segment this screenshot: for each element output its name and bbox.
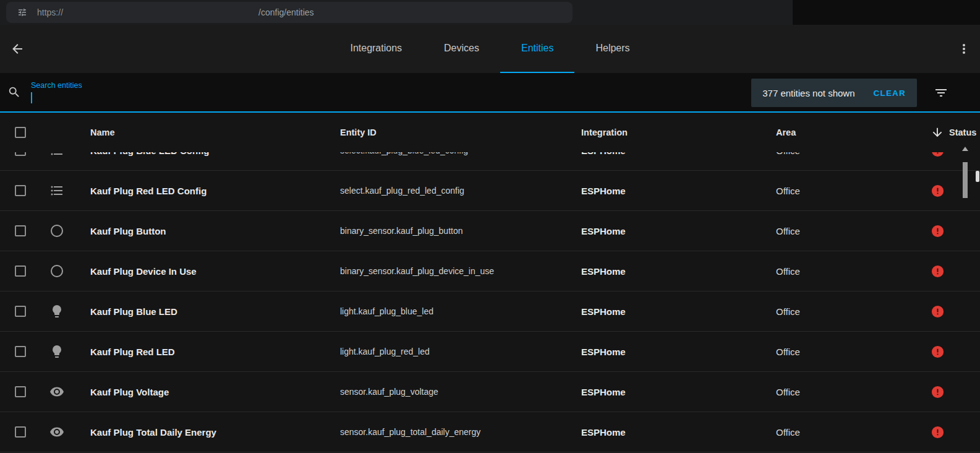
row-checkbox[interactable] bbox=[15, 152, 26, 156]
status-error-icon bbox=[931, 264, 945, 278]
entity-name: Kauf Plug Red LED bbox=[90, 347, 340, 357]
config-header: IntegrationsDevicesEntitiesHelpers bbox=[0, 25, 980, 73]
select-all-checkbox[interactable] bbox=[15, 127, 26, 138]
dots-vertical-icon bbox=[957, 41, 971, 56]
row-checkbox[interactable] bbox=[15, 426, 26, 438]
integration-name: ESPHome bbox=[581, 186, 776, 196]
entity-name: Kauf Plug Device In Use bbox=[90, 266, 340, 277]
entity-name: Kauf Plug Blue LED bbox=[90, 306, 340, 317]
integration-name: ESPHome bbox=[581, 427, 776, 438]
area-name: Office bbox=[776, 347, 918, 357]
scrollbar-up-arrow[interactable] bbox=[962, 147, 968, 151]
area-name: Office bbox=[776, 186, 918, 196]
lightbulb-icon bbox=[49, 344, 64, 359]
eye-icon bbox=[49, 425, 64, 439]
integration-name: ESPHome bbox=[581, 226, 776, 236]
entity-name: Kauf Plug Red LED Config bbox=[90, 186, 340, 196]
integration-name: ESPHome bbox=[581, 387, 776, 397]
area-name: Office bbox=[776, 266, 918, 277]
not-shown-count: 377 entities not shown bbox=[762, 88, 854, 98]
browser-window-shade bbox=[793, 0, 980, 25]
table-row[interactable]: Kauf Plug Button binary_sensor.kauf_plug… bbox=[0, 211, 980, 251]
site-settings-icon[interactable] bbox=[17, 7, 27, 17]
tab-helpers[interactable]: Helpers bbox=[574, 25, 650, 73]
status-error-icon bbox=[931, 345, 945, 359]
circle-outline-icon bbox=[49, 264, 64, 278]
area-name: Office bbox=[776, 306, 918, 317]
table-row[interactable]: Kauf Plug Red LED Config select.kauf_plu… bbox=[0, 171, 980, 211]
circle-outline-icon bbox=[49, 223, 64, 238]
search-icon bbox=[7, 85, 21, 99]
lightbulb-icon bbox=[49, 304, 64, 319]
tab-integrations[interactable]: Integrations bbox=[329, 25, 423, 73]
text-caret bbox=[31, 92, 32, 103]
row-checkbox[interactable] bbox=[15, 225, 26, 236]
entity-name: Kauf Plug Button bbox=[90, 226, 340, 236]
entity-id: light.kauf_plug_blue_led bbox=[340, 306, 581, 316]
filter-button[interactable] bbox=[934, 85, 948, 100]
table-row[interactable]: Kauf Plug Total Daily Energy sensor.kauf… bbox=[0, 412, 980, 452]
entity-id: light.kauf_plug_red_led bbox=[340, 347, 581, 356]
table-row[interactable]: Kauf Plug Device In Use binary_sensor.ka… bbox=[0, 251, 980, 291]
status-error-icon bbox=[931, 152, 945, 158]
row-checkbox[interactable] bbox=[15, 185, 26, 196]
table-row[interactable]: Kauf Plug Red LED light.kauf_plug_red_le… bbox=[0, 332, 980, 372]
row-checkbox[interactable] bbox=[15, 306, 26, 317]
column-header-name[interactable]: Name bbox=[90, 127, 340, 137]
row-checkbox[interactable] bbox=[15, 265, 26, 277]
table-scrollbar-thumb[interactable] bbox=[963, 162, 968, 198]
row-checkbox[interactable] bbox=[15, 386, 26, 397]
entity-id: sensor.kauf_plug_voltage bbox=[340, 387, 581, 397]
search-input-label: Search entities bbox=[31, 81, 82, 90]
entity-name: Kauf Plug Total Daily Energy bbox=[90, 427, 340, 438]
url-path: /config/entities bbox=[258, 7, 314, 17]
integration-name: ESPHome bbox=[581, 152, 776, 156]
integration-name: ESPHome bbox=[581, 347, 776, 357]
arrow-left-icon bbox=[10, 41, 25, 56]
browser-bar: https:// /config/entities bbox=[0, 0, 980, 25]
status-error-icon bbox=[931, 184, 945, 198]
config-tabs: IntegrationsDevicesEntitiesHelpers bbox=[329, 25, 650, 73]
format-list-icon bbox=[49, 183, 64, 198]
url-scheme: https:// bbox=[37, 7, 63, 17]
column-header-area[interactable]: Area bbox=[776, 127, 918, 137]
area-name: Office bbox=[776, 387, 918, 397]
status-error-icon bbox=[931, 385, 945, 399]
table-row[interactable]: Kauf Plug Voltage sensor.kauf_plug_volta… bbox=[0, 372, 980, 412]
table-row[interactable]: Kauf Plug Blue LED light.kauf_plug_blue_… bbox=[0, 291, 980, 332]
filter-variant-icon bbox=[934, 85, 948, 100]
format-list-icon bbox=[49, 152, 64, 158]
back-button[interactable] bbox=[10, 41, 25, 56]
status-error-icon bbox=[931, 425, 945, 439]
table-row[interactable]: Kauf Plug Blue LED Config select.kauf_pl… bbox=[0, 152, 980, 171]
entities-not-shown-chip: 377 entities not shown CLEAR bbox=[751, 79, 917, 107]
entity-name: Kauf Plug Voltage bbox=[90, 387, 340, 397]
column-header-integration[interactable]: Integration bbox=[581, 127, 776, 137]
entity-id: select.kauf_plug_blue_led_config bbox=[340, 152, 581, 155]
table-header: Name Entity ID Integration Area Status bbox=[0, 113, 980, 152]
overflow-menu-button[interactable] bbox=[957, 41, 971, 56]
entity-id: select.kauf_plug_red_led_config bbox=[340, 186, 581, 196]
integration-name: ESPHome bbox=[581, 306, 776, 317]
entity-id: sensor.kauf_plug_total_daily_energy bbox=[340, 427, 581, 437]
area-name: Office bbox=[776, 427, 918, 438]
tab-devices[interactable]: Devices bbox=[423, 25, 500, 73]
eye-icon bbox=[49, 384, 64, 399]
status-error-icon bbox=[931, 224, 945, 238]
clear-filters-button[interactable]: CLEAR bbox=[874, 88, 906, 98]
entity-name: Kauf Plug Blue LED Config bbox=[90, 152, 340, 156]
sort-arrow-down-icon bbox=[931, 126, 944, 139]
address-bar[interactable]: https:// /config/entities bbox=[6, 2, 573, 23]
entity-id: binary_sensor.kauf_plug_button bbox=[340, 226, 581, 236]
page-scrollbar-thumb[interactable] bbox=[976, 171, 979, 182]
column-header-entity-id[interactable]: Entity ID bbox=[340, 127, 581, 137]
integration-name: ESPHome bbox=[581, 266, 776, 277]
search-bar: Search entities 377 entities not shown C… bbox=[0, 73, 980, 113]
area-name: Office bbox=[776, 226, 918, 236]
row-checkbox[interactable] bbox=[15, 346, 26, 357]
tab-entities[interactable]: Entities bbox=[500, 25, 574, 73]
status-error-icon bbox=[931, 304, 945, 319]
area-name: Office bbox=[776, 152, 918, 156]
column-header-status[interactable]: Status bbox=[918, 126, 980, 139]
search-input[interactable]: Search entities bbox=[31, 81, 82, 103]
